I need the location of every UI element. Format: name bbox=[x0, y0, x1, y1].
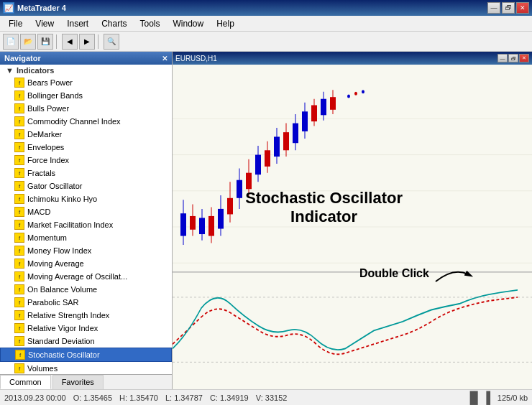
status-low: L: 1.34787 bbox=[165, 394, 203, 402]
maximize-button[interactable]: 🗗 bbox=[502, 2, 515, 14]
status-filesize: 125/0 kb bbox=[497, 394, 528, 402]
nav-icon: f bbox=[14, 155, 24, 165]
close-button[interactable]: ✕ bbox=[516, 2, 529, 14]
nav-icon: f bbox=[14, 168, 24, 178]
nav-item-rvi[interactable]: f Relative Vigor Index bbox=[0, 322, 172, 335]
svg-rect-16 bbox=[218, 209, 224, 229]
tab-common[interactable]: Common bbox=[0, 375, 51, 389]
nav-item-ichimoku[interactable]: f Ichimoku Kinko Hyo bbox=[0, 192, 172, 205]
nav-section-indicators[interactable]: ▼ Indicators bbox=[0, 65, 172, 76]
chart-area: EURUSD,H1 — 🗗 ✕ bbox=[173, 52, 532, 389]
nav-item-bollinger-bands[interactable]: f Bollinger Bands bbox=[0, 89, 172, 102]
nav-icon: f bbox=[14, 103, 24, 113]
nav-item-bulls-power[interactable]: f Bulls Power bbox=[0, 102, 172, 115]
navigator-header: Navigator ✕ bbox=[0, 52, 172, 65]
nav-item-envelopes[interactable]: f Envelopes bbox=[0, 141, 172, 154]
nav-item-gator[interactable]: f Gator Oscillator bbox=[0, 180, 172, 192]
nav-icon: f bbox=[14, 181, 24, 191]
chart-restore-btn[interactable]: 🗗 bbox=[508, 54, 518, 62]
nav-icon: f bbox=[14, 297, 24, 307]
menu-bar: File View Insert Charts Tools Window Hel… bbox=[0, 16, 532, 32]
main-area: Navigator ✕ ▼ Indicators f Bears Power f… bbox=[0, 52, 532, 389]
nav-item-force-index[interactable]: f Force Index bbox=[0, 154, 172, 167]
svg-rect-14 bbox=[208, 216, 214, 236]
bar-chart-icon: ▐▌▐ bbox=[466, 391, 490, 404]
chart-minimize-btn[interactable]: — bbox=[497, 54, 508, 62]
nav-icon: f bbox=[14, 323, 24, 333]
svg-rect-12 bbox=[199, 218, 205, 234]
menu-window[interactable]: Window bbox=[168, 17, 210, 30]
nav-item-ma[interactable]: f Moving Average bbox=[0, 257, 172, 270]
nav-icon: f bbox=[14, 207, 24, 217]
chart-canvas: Stochastic Oscillator Indicator Double C… bbox=[173, 65, 532, 389]
nav-item-momentum[interactable]: f Momentum bbox=[0, 231, 172, 244]
chart-inner-title: EURUSD,H1 bbox=[175, 55, 217, 62]
svg-rect-34 bbox=[302, 111, 308, 131]
toolbar-btn-2[interactable]: 📂 bbox=[20, 34, 36, 50]
chart-title-bar: EURUSD,H1 — 🗗 ✕ bbox=[173, 52, 532, 65]
nav-icon: f bbox=[14, 310, 24, 320]
menu-insert[interactable]: Insert bbox=[61, 17, 94, 30]
nav-icon: f bbox=[14, 246, 24, 256]
nav-item-mao[interactable]: f Moving Average of Oscillat... bbox=[0, 270, 172, 283]
nav-item-demarker[interactable]: f DeMarker bbox=[0, 128, 172, 141]
svg-rect-20 bbox=[237, 180, 242, 198]
status-close: C: 1.34919 bbox=[210, 394, 249, 402]
menu-help[interactable]: Help bbox=[211, 17, 240, 30]
toolbar-btn-5[interactable]: ▶ bbox=[79, 34, 95, 50]
menu-charts[interactable]: Charts bbox=[96, 17, 132, 30]
menu-view[interactable]: View bbox=[29, 17, 60, 30]
nav-item-macd[interactable]: f MACD bbox=[0, 205, 172, 218]
nav-item-stddev[interactable]: f Standard Deviation bbox=[0, 335, 172, 348]
nav-item-psar[interactable]: f Parabolic SAR bbox=[0, 296, 172, 309]
chart-close-btn[interactable]: ✕ bbox=[519, 54, 529, 62]
svg-rect-38 bbox=[321, 99, 326, 116]
svg-rect-32 bbox=[293, 124, 298, 144]
nav-item-volumes[interactable]: f Volumes bbox=[0, 362, 172, 374]
nav-icon: f bbox=[14, 90, 24, 101]
nav-item-money-flow[interactable]: f Money Flow Index bbox=[0, 244, 172, 257]
tab-favorites[interactable]: Favorites bbox=[52, 375, 104, 389]
nav-icon: f bbox=[14, 271, 24, 281]
nav-icon: f bbox=[14, 78, 24, 88]
nav-icon: f bbox=[14, 336, 24, 346]
status-datetime: 2013.09.23 00:00 bbox=[4, 394, 66, 402]
svg-rect-40 bbox=[330, 97, 336, 110]
nav-item-bears-power[interactable]: f Bears Power bbox=[0, 76, 172, 89]
toolbar-btn-6[interactable]: 🔍 bbox=[104, 34, 119, 50]
nav-icon: f bbox=[14, 284, 24, 294]
nav-icon: f bbox=[14, 129, 24, 139]
nav-item-stochastic[interactable]: f Stochastic Oscillator bbox=[0, 348, 172, 362]
svg-rect-28 bbox=[274, 136, 280, 157]
nav-item-cci[interactable]: f Commodity Channel Index bbox=[0, 115, 172, 128]
status-high: H: 1.35470 bbox=[119, 394, 158, 402]
nav-item-fractals[interactable]: f Fractals bbox=[0, 167, 172, 180]
menu-file[interactable]: File bbox=[3, 17, 28, 30]
toolbar-btn-4[interactable]: ◀ bbox=[62, 34, 78, 50]
svg-rect-22 bbox=[246, 173, 252, 190]
svg-rect-30 bbox=[283, 132, 289, 150]
chart-svg bbox=[173, 65, 532, 389]
app-title: MetaTrader 4 bbox=[17, 4, 66, 12]
nav-item-obv[interactable]: f On Balance Volume bbox=[0, 283, 172, 296]
nav-icon: f bbox=[14, 220, 24, 230]
status-bar: 2013.09.23 00:00 O: 1.35465 H: 1.35470 L… bbox=[0, 389, 532, 405]
nav-item-mfi[interactable]: f Market Facilitation Index bbox=[0, 218, 172, 231]
svg-rect-24 bbox=[255, 155, 261, 175]
minimize-button[interactable]: — bbox=[487, 2, 500, 14]
menu-tools[interactable]: Tools bbox=[134, 17, 166, 30]
navigator-body[interactable]: ▼ Indicators f Bears Power f Bollinger B… bbox=[0, 65, 172, 374]
svg-point-41 bbox=[347, 94, 350, 98]
toolbar-btn-1[interactable]: 📄 bbox=[3, 34, 19, 50]
status-volume: V: 33152 bbox=[256, 394, 288, 402]
toolbar: 📄 📂 💾 ◀ ▶ 🔍 bbox=[0, 32, 532, 52]
nav-icon: f bbox=[14, 259, 24, 269]
svg-rect-10 bbox=[190, 216, 196, 230]
app-icon: 📈 bbox=[3, 2, 14, 14]
toolbar-btn-3[interactable]: 💾 bbox=[37, 34, 53, 50]
svg-rect-26 bbox=[265, 150, 270, 167]
navigator-close-button[interactable]: ✕ bbox=[162, 55, 168, 62]
nav-icon: f bbox=[14, 233, 24, 243]
nav-item-rsi[interactable]: f Relative Strength Index bbox=[0, 309, 172, 322]
svg-rect-8 bbox=[180, 213, 186, 236]
